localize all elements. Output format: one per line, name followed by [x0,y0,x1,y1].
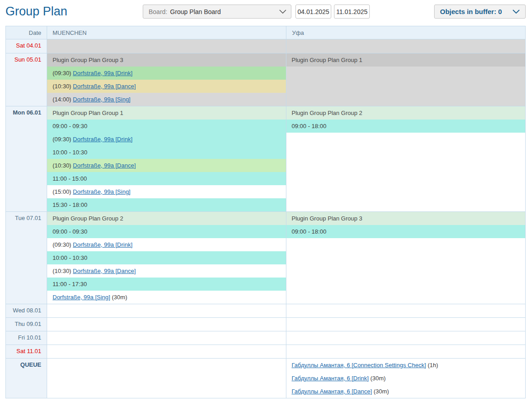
schedule-cell-ufa [286,304,526,317]
event-row: (10:30) Dorfstraße, 99a [Dance] [47,264,286,278]
schedule-cell-ufa: Габдуллы Амантая, 6 [Connection Settings… [286,359,526,398]
chevron-down-icon [279,10,286,14]
event-suffix: (1h) [426,362,438,369]
buffer-count: 0 [498,8,502,15]
date-from-input[interactable] [295,5,331,19]
day-row: Fri 10.01 [6,331,525,345]
time-range-row: 15:30 - 18:00 [47,198,286,211]
date-cell: Wed 08.01 [6,304,47,317]
schedule-cell-muenchen [47,304,286,317]
group-header-row: Plugin Group Plan Group 1 [47,106,286,120]
time-range-row: 09:00 - 09:30 [47,120,286,133]
event-prefix: (10:30) [53,162,73,169]
plan-table-body: Sat 04.01Sun 05.01Plugin Group Plan Grou… [6,39,525,398]
schedule-cell-muenchen: Plugin Group Plan Group 3(09:30) Dorfstr… [47,53,286,106]
schedule-cell-muenchen [47,359,286,398]
day-row: Tue 07.01Plugin Group Plan Group 209:00 … [6,211,525,304]
group-header-row: Plugin Group Plan Group 2 [286,106,526,120]
buffer-dropdown[interactable]: Objects in buffer: 0 [434,5,526,19]
schedule-cell-muenchen: Plugin Group Plan Group 109:00 - 09:30(0… [47,106,286,211]
event-link[interactable]: Dorfstraße, 99a [Drink] [73,136,133,143]
group-header-row: Plugin Group Plan Group 3 [47,53,286,67]
date-cell: Mon 06.01 [6,106,47,211]
event-prefix: (10:30) [53,83,73,90]
event-row: (14:00) Dorfstraße, 99a [Sing] [47,93,286,106]
board-select[interactable]: Board: Group Plan Board [143,5,291,19]
event-prefix: (09:30) [53,241,73,248]
schedule-cell-muenchen [47,345,286,358]
event-link[interactable]: Dorfstraße, 99a [Dance] [73,268,136,274]
schedule-cell-ufa: Plugin Group Plan Group 309:00 - 18:00 [286,212,526,304]
event-suffix: (30m) [110,294,127,301]
event-row: (10:30) Dorfstraße, 99a [Dance] [47,159,286,172]
day-row: Mon 06.01Plugin Group Plan Group 109:00 … [6,106,525,211]
buffer-label: Objects in buffer: [440,8,496,15]
event-link[interactable]: Dorfstraße, 99a [Drink] [73,241,133,248]
day-row: Sun 05.01Plugin Group Plan Group 3(09:30… [6,53,525,106]
date-cell: Tue 07.01 [6,212,47,304]
event-link[interactable]: Dorfstraße, 99a [Dance] [73,162,136,169]
event-prefix: (14:00) [53,96,73,103]
event-prefix: (09:30) [53,70,73,77]
day-row: Wed 08.01 [6,304,525,317]
col-header-ufa: Уфа [286,26,526,39]
event-link[interactable]: Dorfstraße, 99a [Sing] [73,188,131,195]
event-link[interactable]: Габдуллы Амантая, 6 [Connection Settings… [292,362,426,369]
top-toolbar: Group Plan Board: Group Plan Board Objec… [0,0,532,26]
schedule-cell-muenchen: Plugin Group Plan Group 209:00 - 09:30(0… [47,212,286,304]
time-range-row: 09:00 - 18:00 [286,120,526,133]
board-select-label: Board: [149,8,167,15]
schedule-cell-ufa [286,331,526,345]
date-cell: Sun 05.01 [6,53,47,106]
event-suffix: (30m) [369,375,386,382]
day-row: QUEUEГабдуллы Амантая, 6 [Connection Set… [6,358,525,398]
event-row: Габдуллы Амантая, 6 [Dance] (30m) [286,385,526,398]
event-link[interactable]: Габдуллы Амантая, 6 [Dance] [292,388,372,395]
schedule-cell-ufa [286,318,526,331]
time-range-row: 10:00 - 10:30 [47,251,286,264]
schedule-cell-muenchen [47,318,286,331]
event-link[interactable]: Dorfstraße, 99a [Sing] [73,96,131,103]
group-header-row: Plugin Group Plan Group 1 [286,53,526,67]
day-row: Thu 09.01 [6,317,525,331]
board-select-value: Group Plan Board [170,8,279,15]
event-prefix: (15:00) [53,188,73,195]
group-header-row: Plugin Group Plan Group 3 [286,212,526,225]
event-row: (09:30) Dorfstraße, 99a [Drink] [47,133,286,146]
group-plan-page: Group Plan Board: Group Plan Board Objec… [0,0,532,407]
date-cell: QUEUE [6,359,47,398]
schedule-cell-ufa: Plugin Group Plan Group 1 [286,53,526,106]
event-prefix: (09:30) [53,136,73,143]
time-range-row: 09:00 - 18:00 [286,225,526,238]
day-row: Sat 11.01 [6,345,525,358]
date-cell: Sat 11.01 [6,345,47,358]
time-range-row: 11:00 - 17:30 [47,278,286,291]
date-cell: Fri 10.01 [6,331,47,345]
event-link[interactable]: Габдуллы Амантая, 6 [Drink] [292,375,369,382]
page-title: Group Plan [5,5,68,19]
chevron-down-icon [513,10,520,14]
event-link[interactable]: Dorfstraße, 99a [Dance] [73,83,136,90]
schedule-cell-muenchen [47,331,286,345]
time-range-row: 11:00 - 15:00 [47,172,286,185]
event-row: (09:30) Dorfstraße, 99a [Drink] [47,238,286,251]
time-range-row: 10:00 - 10:30 [47,146,286,159]
date-to-input[interactable] [334,5,370,19]
schedule-cell-ufa [286,345,526,358]
event-row: (10:30) Dorfstraße, 99a [Dance] [47,80,286,93]
table-header-row: Date MUENCHEN Уфа [6,26,525,39]
event-suffix: (30m) [372,388,389,395]
schedule-cell-muenchen [47,39,286,53]
event-row: (09:30) Dorfstraße, 99a [Drink] [47,67,286,80]
event-link[interactable]: Dorfstraße, 99a [Drink] [73,70,133,77]
plan-table: Date MUENCHEN Уфа Sat 04.01Sun 05.01Plug… [5,26,526,398]
day-row: Sat 04.01 [6,39,525,53]
event-link[interactable]: Dorfstraße, 99a [Sing] [53,294,110,301]
col-header-muenchen: MUENCHEN [47,26,286,39]
group-header-row: Plugin Group Plan Group 2 [47,212,286,225]
date-cell: Sat 04.01 [6,39,47,53]
event-row: (15:00) Dorfstraße, 99a [Sing] [47,185,286,198]
time-range-row: 09:00 - 09:30 [47,225,286,238]
event-prefix: (10:30) [53,268,73,274]
schedule-cell-ufa: Plugin Group Plan Group 209:00 - 18:00 [286,106,526,211]
